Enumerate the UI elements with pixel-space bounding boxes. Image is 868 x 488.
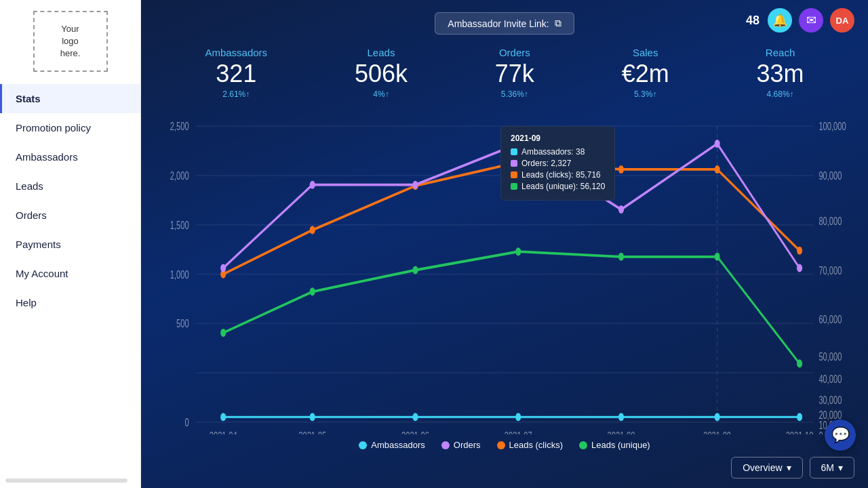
main-content: 48 🔔 ✉ DA Ambassador Invite Link: ⧉ Amba… — [141, 0, 868, 488]
sidebar-item-leads[interactable]: Leads — [0, 171, 140, 201]
stat-change-leads: 4%↑ — [355, 89, 408, 99]
stat-change-ambassadors: 2.61%↑ — [205, 89, 267, 99]
svg-text:1,000: 1,000 — [170, 268, 189, 281]
stat-label-leads: Leads — [355, 47, 408, 58]
legend-label-leads-unique: Leads (unique) — [591, 440, 650, 450]
leads-unique-line — [223, 251, 800, 363]
svg-text:1,500: 1,500 — [170, 219, 189, 232]
stat-sales: Sales €2m 5.3%↑ — [622, 47, 669, 99]
sidebar: Yourlogohere. StatsPromotion policyAmbas… — [0, 0, 141, 488]
chart-area: 2,500 2,000 1,500 1,000 500 0 100,000 90… — [141, 106, 868, 434]
svg-point-58 — [797, 413, 802, 421]
svg-text:70,000: 70,000 — [818, 264, 842, 277]
sidebar-item-help[interactable]: Help — [0, 288, 140, 317]
svg-text:2021-10: 2021-10 — [786, 429, 814, 434]
topbar: 48 🔔 ✉ DA — [732, 0, 868, 33]
sidebar-item-payments[interactable]: Payments — [0, 230, 140, 259]
stat-ambassadors: Ambassadors 321 2.61%↑ — [205, 47, 267, 99]
svg-point-54 — [412, 413, 418, 421]
sidebar-item-my-account[interactable]: My Account — [0, 259, 140, 288]
chat-button[interactable]: 💬 — [825, 420, 856, 451]
invite-link-button[interactable]: Ambassador Invite Link: ⧉ — [435, 12, 574, 35]
sidebar-bottom — [0, 473, 140, 488]
stat-value-sales: €2m — [622, 60, 669, 88]
svg-point-34 — [515, 158, 521, 166]
sidebar-scrollbar — [5, 479, 127, 483]
svg-point-53 — [310, 413, 315, 421]
svg-text:0: 0 — [818, 429, 823, 434]
svg-text:60,000: 60,000 — [818, 313, 842, 326]
legend-dot-orders — [441, 441, 450, 449]
sidebar-item-stats[interactable]: Stats — [0, 84, 140, 113]
stat-change-orders: 5.36%↑ — [495, 89, 534, 99]
svg-point-40 — [412, 181, 418, 189]
stat-leads: Leads 506k 4%↑ — [355, 47, 408, 99]
svg-point-44 — [797, 264, 802, 272]
stat-change-reach: 4.68%↑ — [757, 89, 804, 99]
svg-point-47 — [412, 266, 418, 274]
svg-point-49 — [618, 253, 624, 261]
legend-item-ambassadors[interactable]: Ambassadors — [359, 440, 425, 450]
notification-count: 48 — [746, 14, 760, 28]
stats-row: Ambassadors 321 2.61%↑ Leads 506k 4%↑ Or… — [141, 40, 868, 99]
svg-point-32 — [310, 226, 315, 234]
stat-value-leads: 506k — [355, 60, 408, 88]
svg-text:2,500: 2,500 — [170, 120, 189, 133]
sidebar-nav: StatsPromotion policyAmbassadorsLeadsOrd… — [0, 84, 140, 317]
bottom-bar: Overview ▾ 6M ▾ — [141, 457, 868, 488]
svg-text:2021-08: 2021-08 — [608, 429, 635, 434]
legend-label-leads-clicks: Leads (clicks) — [509, 440, 563, 450]
legend-dot-ambassadors — [359, 441, 367, 449]
svg-point-52 — [220, 413, 226, 421]
bell-icon[interactable]: 🔔 — [768, 8, 792, 33]
invite-link-label: Ambassador Invite Link: — [448, 18, 549, 29]
period-label: 6M — [821, 462, 834, 473]
chart-svg: 2,500 2,000 1,500 1,000 500 0 100,000 90… — [155, 106, 854, 434]
svg-text:100,000: 100,000 — [818, 120, 846, 133]
sidebar-item-orders[interactable]: Orders — [0, 201, 140, 230]
svg-text:2021-09: 2021-09 — [703, 429, 731, 434]
svg-text:2021-06: 2021-06 — [401, 429, 429, 434]
svg-text:0: 0 — [184, 416, 189, 429]
svg-text:80,000: 80,000 — [818, 215, 842, 228]
logo: Yourlogohere. — [33, 11, 108, 72]
svg-text:2021-04: 2021-04 — [210, 429, 237, 434]
svg-text:30,000: 30,000 — [818, 393, 842, 406]
sidebar-item-promotion-policy[interactable]: Promotion policy — [0, 113, 140, 142]
svg-point-46 — [310, 287, 315, 296]
svg-point-55 — [515, 413, 521, 421]
stat-label-sales: Sales — [622, 47, 669, 58]
svg-text:90,000: 90,000 — [818, 169, 842, 182]
svg-point-42 — [618, 205, 624, 214]
period-chevron: ▾ — [838, 462, 843, 473]
svg-point-51 — [797, 359, 802, 367]
svg-text:40,000: 40,000 — [818, 373, 842, 386]
svg-text:2,000: 2,000 — [170, 169, 189, 182]
legend-label-ambassadors: Ambassadors — [371, 440, 425, 450]
avatar[interactable]: DA — [830, 8, 854, 33]
svg-point-56 — [618, 413, 624, 421]
legend-dot-leads-unique — [579, 441, 587, 449]
legend-label-orders: Orders — [454, 440, 481, 450]
svg-point-37 — [797, 247, 802, 255]
sidebar-item-ambassadors[interactable]: Ambassadors — [0, 142, 140, 171]
legend-item-orders[interactable]: Orders — [441, 440, 481, 450]
stat-change-sales: 5.3%↑ — [622, 89, 669, 99]
overview-dropdown[interactable]: Overview ▾ — [731, 457, 802, 479]
chart-legend: Ambassadors Orders Leads (clicks) Leads … — [141, 434, 868, 457]
copy-icon[interactable]: ⧉ — [555, 18, 561, 29]
stat-orders: Orders 77k 5.36%↑ — [495, 47, 534, 99]
stat-value-reach: 33m — [757, 60, 804, 88]
legend-item-leads-unique[interactable]: Leads (unique) — [579, 440, 650, 450]
svg-point-41 — [515, 140, 521, 148]
legend-item-leads-clicks[interactable]: Leads (clicks) — [497, 440, 563, 450]
period-dropdown[interactable]: 6M ▾ — [810, 457, 854, 479]
stat-reach: Reach 33m 4.68%↑ — [757, 47, 804, 99]
svg-text:2021-07: 2021-07 — [505, 429, 532, 434]
stat-label-orders: Orders — [495, 47, 534, 58]
svg-text:50,000: 50,000 — [818, 350, 842, 363]
svg-text:2021-05: 2021-05 — [298, 429, 326, 434]
overview-chevron: ▾ — [787, 462, 791, 473]
svg-point-39 — [310, 181, 315, 189]
mail-icon[interactable]: ✉ — [799, 8, 823, 33]
